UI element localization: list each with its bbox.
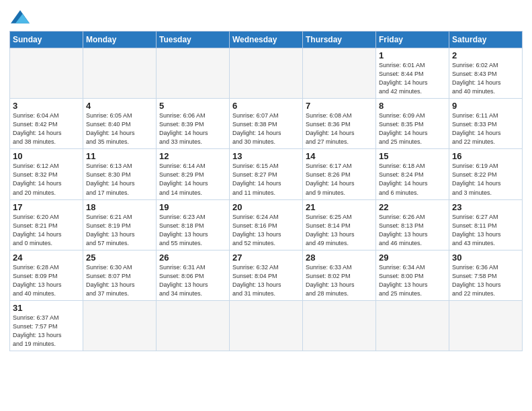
day-info: Sunrise: 6:19 AM Sunset: 8:22 PM Dayligh… xyxy=(452,162,519,197)
day-info: Sunrise: 6:24 AM Sunset: 8:16 PM Dayligh… xyxy=(232,213,300,248)
day-number: 8 xyxy=(379,101,446,111)
day-info: Sunrise: 6:32 AM Sunset: 8:04 PM Dayligh… xyxy=(232,263,300,298)
day-number: 7 xyxy=(306,101,373,111)
day-number: 31 xyxy=(13,303,80,313)
calendar-cell: 24Sunrise: 6:28 AM Sunset: 8:09 PM Dayli… xyxy=(10,250,83,300)
day-number: 20 xyxy=(232,202,300,212)
calendar-cell: 3Sunrise: 6:04 AM Sunset: 8:42 PM Daylig… xyxy=(10,99,83,149)
calendar-cell: 28Sunrise: 6:33 AM Sunset: 8:02 PM Dayli… xyxy=(303,250,376,300)
calendar-cell xyxy=(157,48,230,99)
day-info: Sunrise: 6:09 AM Sunset: 8:35 PM Dayligh… xyxy=(379,111,446,146)
day-info: Sunrise: 6:07 AM Sunset: 8:38 PM Dayligh… xyxy=(232,111,300,146)
calendar-cell xyxy=(449,300,523,351)
calendar-cell xyxy=(376,300,449,351)
day-info: Sunrise: 6:13 AM Sunset: 8:30 PM Dayligh… xyxy=(86,162,153,197)
calendar-cell: 12Sunrise: 6:14 AM Sunset: 8:29 PM Dayli… xyxy=(157,149,230,199)
day-number: 2 xyxy=(452,50,519,60)
day-info: Sunrise: 6:17 AM Sunset: 8:26 PM Dayligh… xyxy=(306,162,373,197)
day-number: 16 xyxy=(452,151,519,161)
week-row-0: 1Sunrise: 6:01 AM Sunset: 8:44 PM Daylig… xyxy=(10,48,523,99)
day-number: 26 xyxy=(159,253,226,263)
calendar-cell: 13Sunrise: 6:15 AM Sunset: 8:27 PM Dayli… xyxy=(230,149,303,199)
day-number: 19 xyxy=(159,202,226,212)
day-number: 22 xyxy=(379,202,446,212)
day-info: Sunrise: 6:11 AM Sunset: 8:33 PM Dayligh… xyxy=(452,111,519,146)
day-info: Sunrise: 6:25 AM Sunset: 8:14 PM Dayligh… xyxy=(306,213,373,248)
calendar-cell: 15Sunrise: 6:18 AM Sunset: 8:24 PM Dayli… xyxy=(376,149,449,199)
day-info: Sunrise: 6:06 AM Sunset: 8:39 PM Dayligh… xyxy=(159,111,226,146)
calendar-cell: 21Sunrise: 6:25 AM Sunset: 8:14 PM Dayli… xyxy=(303,199,376,250)
day-info: Sunrise: 6:08 AM Sunset: 8:36 PM Dayligh… xyxy=(306,111,373,146)
calendar-cell: 9Sunrise: 6:11 AM Sunset: 8:33 PM Daylig… xyxy=(449,99,523,149)
calendar-cell: 27Sunrise: 6:32 AM Sunset: 8:04 PM Dayli… xyxy=(230,250,303,300)
day-info: Sunrise: 6:01 AM Sunset: 8:44 PM Dayligh… xyxy=(379,61,446,96)
logo xyxy=(9,9,30,27)
calendar-cell: 1Sunrise: 6:01 AM Sunset: 8:44 PM Daylig… xyxy=(376,48,449,99)
day-number: 29 xyxy=(379,253,446,263)
calendar-cell: 14Sunrise: 6:17 AM Sunset: 8:26 PM Dayli… xyxy=(303,149,376,199)
day-number: 24 xyxy=(13,253,80,263)
header xyxy=(9,7,523,27)
calendar-cell xyxy=(230,300,303,351)
weekday-sunday: Sunday xyxy=(10,32,83,48)
day-info: Sunrise: 6:23 AM Sunset: 8:18 PM Dayligh… xyxy=(159,213,226,248)
week-row-1: 3Sunrise: 6:04 AM Sunset: 8:42 PM Daylig… xyxy=(10,99,523,149)
day-number: 1 xyxy=(379,50,446,60)
page: SundayMondayTuesdayWednesdayThursdayFrid… xyxy=(0,0,532,411)
day-number: 23 xyxy=(452,202,519,212)
weekday-wednesday: Wednesday xyxy=(230,32,303,48)
calendar-cell: 2Sunrise: 6:02 AM Sunset: 8:43 PM Daylig… xyxy=(449,48,523,99)
week-row-5: 31Sunrise: 6:37 AM Sunset: 7:57 PM Dayli… xyxy=(10,300,523,351)
day-number: 17 xyxy=(13,202,80,212)
day-info: Sunrise: 6:26 AM Sunset: 8:13 PM Dayligh… xyxy=(379,213,446,248)
calendar-cell: 8Sunrise: 6:09 AM Sunset: 8:35 PM Daylig… xyxy=(376,99,449,149)
day-number: 10 xyxy=(13,151,80,161)
day-number: 4 xyxy=(86,101,153,111)
day-info: Sunrise: 6:02 AM Sunset: 8:43 PM Dayligh… xyxy=(452,61,519,96)
calendar-cell: 31Sunrise: 6:37 AM Sunset: 7:57 PM Dayli… xyxy=(10,300,83,351)
day-number: 18 xyxy=(86,202,153,212)
day-info: Sunrise: 6:34 AM Sunset: 8:00 PM Dayligh… xyxy=(379,263,446,298)
calendar-cell: 25Sunrise: 6:30 AM Sunset: 8:07 PM Dayli… xyxy=(83,250,157,300)
day-info: Sunrise: 6:14 AM Sunset: 8:29 PM Dayligh… xyxy=(159,162,226,197)
calendar-cell xyxy=(10,48,83,99)
day-info: Sunrise: 6:28 AM Sunset: 8:09 PM Dayligh… xyxy=(13,263,80,298)
day-number: 3 xyxy=(13,101,80,111)
week-row-2: 10Sunrise: 6:12 AM Sunset: 8:32 PM Dayli… xyxy=(10,149,523,199)
calendar-cell xyxy=(83,48,157,99)
day-number: 21 xyxy=(306,202,373,212)
weekday-header-row: SundayMondayTuesdayWednesdayThursdayFrid… xyxy=(10,32,523,48)
calendar-cell: 16Sunrise: 6:19 AM Sunset: 8:22 PM Dayli… xyxy=(449,149,523,199)
day-info: Sunrise: 6:12 AM Sunset: 8:32 PM Dayligh… xyxy=(13,162,80,197)
day-info: Sunrise: 6:18 AM Sunset: 8:24 PM Dayligh… xyxy=(379,162,446,197)
day-number: 6 xyxy=(232,101,300,111)
weekday-saturday: Saturday xyxy=(449,32,523,48)
weekday-thursday: Thursday xyxy=(303,32,376,48)
day-number: 27 xyxy=(232,253,300,263)
calendar-cell xyxy=(83,300,157,351)
calendar-cell: 26Sunrise: 6:31 AM Sunset: 8:06 PM Dayli… xyxy=(157,250,230,300)
day-number: 14 xyxy=(306,151,373,161)
calendar-cell: 19Sunrise: 6:23 AM Sunset: 8:18 PM Dayli… xyxy=(157,199,230,250)
day-number: 30 xyxy=(452,253,519,263)
calendar-cell: 30Sunrise: 6:36 AM Sunset: 7:58 PM Dayli… xyxy=(449,250,523,300)
calendar-cell xyxy=(230,48,303,99)
calendar-cell: 5Sunrise: 6:06 AM Sunset: 8:39 PM Daylig… xyxy=(157,99,230,149)
calendar-cell: 17Sunrise: 6:20 AM Sunset: 8:21 PM Dayli… xyxy=(10,199,83,250)
day-info: Sunrise: 6:36 AM Sunset: 7:58 PM Dayligh… xyxy=(452,263,519,298)
day-info: Sunrise: 6:27 AM Sunset: 8:11 PM Dayligh… xyxy=(452,213,519,248)
day-number: 12 xyxy=(159,151,226,161)
day-number: 13 xyxy=(232,151,300,161)
day-number: 15 xyxy=(379,151,446,161)
day-info: Sunrise: 6:05 AM Sunset: 8:40 PM Dayligh… xyxy=(86,111,153,146)
calendar-cell xyxy=(157,300,230,351)
week-row-3: 17Sunrise: 6:20 AM Sunset: 8:21 PM Dayli… xyxy=(10,199,523,250)
weekday-friday: Friday xyxy=(376,32,449,48)
calendar-cell: 11Sunrise: 6:13 AM Sunset: 8:30 PM Dayli… xyxy=(83,149,157,199)
day-info: Sunrise: 6:37 AM Sunset: 7:57 PM Dayligh… xyxy=(13,314,80,349)
day-number: 28 xyxy=(306,253,373,263)
weekday-tuesday: Tuesday xyxy=(157,32,230,48)
day-info: Sunrise: 6:30 AM Sunset: 8:07 PM Dayligh… xyxy=(86,263,153,298)
day-number: 9 xyxy=(452,101,519,111)
logo-icon xyxy=(11,9,30,24)
